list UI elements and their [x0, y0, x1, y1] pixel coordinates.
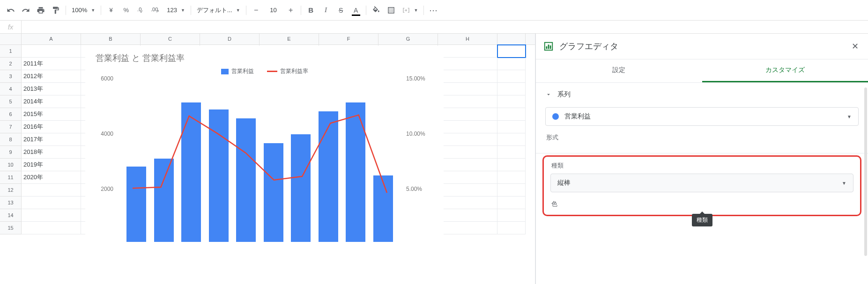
cell[interactable] — [438, 209, 497, 222]
cell[interactable] — [497, 209, 526, 222]
increase-decimal-button[interactable]: .00↗ — [149, 3, 163, 17]
col-header[interactable]: H — [438, 34, 497, 44]
row-header[interactable]: 2 — [0, 58, 22, 70]
font-size-decrease[interactable]: − — [249, 3, 263, 17]
cell[interactable]: 2014年 — [22, 95, 81, 108]
cell[interactable]: 2011年 — [22, 58, 81, 70]
cell[interactable] — [497, 95, 526, 108]
cell[interactable] — [497, 121, 526, 133]
cell[interactable] — [438, 121, 497, 133]
col-header[interactable]: A — [22, 34, 81, 44]
cell[interactable] — [497, 83, 526, 95]
cell[interactable] — [438, 197, 497, 209]
cell[interactable]: 2018年 — [22, 146, 81, 159]
font-size-input[interactable]: 10 — [264, 3, 283, 17]
cell[interactable] — [438, 133, 497, 146]
formula-input[interactable] — [22, 21, 868, 33]
cell[interactable] — [22, 45, 81, 58]
row-header[interactable]: 12 — [0, 184, 22, 197]
cell[interactable]: 2013年 — [22, 83, 81, 95]
cell[interactable]: 2015年 — [22, 108, 81, 121]
col-header[interactable]: B — [81, 34, 141, 44]
sidebar-scrollbar[interactable] — [864, 87, 867, 256]
cell[interactable] — [22, 184, 81, 197]
col-header[interactable]: C — [141, 34, 200, 44]
embedded-chart[interactable]: 営業利益 と 営業利益率 営業利益 営業利益率 6000 4000 2000 1… — [85, 46, 444, 280]
row-header[interactable]: 7 — [0, 121, 22, 133]
cell[interactable] — [438, 95, 497, 108]
font-dropdown[interactable]: デフォルト...▼ — [194, 3, 243, 17]
row-header[interactable]: 11 — [0, 171, 22, 184]
select-all-corner[interactable] — [0, 34, 22, 44]
row-header[interactable]: 13 — [0, 197, 22, 209]
col-header[interactable]: F — [319, 34, 378, 44]
cell[interactable]: 2016年 — [22, 121, 81, 133]
row-header[interactable]: 5 — [0, 95, 22, 108]
tab-setup[interactable]: 設定 — [536, 59, 702, 82]
cell[interactable] — [438, 70, 497, 83]
col-header[interactable]: G — [378, 34, 438, 44]
bold-button[interactable]: B — [304, 3, 318, 17]
cell[interactable] — [438, 171, 497, 184]
cell[interactable] — [438, 146, 497, 159]
row-header[interactable]: 8 — [0, 133, 22, 146]
font-size-increase[interactable]: + — [284, 3, 298, 17]
cell[interactable] — [497, 108, 526, 121]
series-type-dropdown[interactable]: 縦棒 ▼ — [550, 174, 853, 192]
fill-color-button[interactable] — [369, 3, 383, 17]
row-header[interactable]: 9 — [0, 146, 22, 159]
row-header[interactable]: 4 — [0, 83, 22, 95]
cell[interactable] — [22, 222, 81, 234]
zoom-dropdown[interactable]: 100%▼ — [69, 3, 98, 17]
cell[interactable]: 2019年 — [22, 159, 81, 171]
cell[interactable] — [438, 159, 497, 171]
currency-button[interactable]: ¥ — [104, 3, 118, 17]
col-header[interactable]: E — [260, 34, 319, 44]
row-header[interactable]: 1 — [0, 45, 22, 58]
cell[interactable] — [438, 58, 497, 70]
row-header[interactable]: 10 — [0, 159, 22, 171]
section-series-toggle[interactable]: 系列 — [545, 90, 859, 99]
print-button[interactable] — [34, 3, 48, 17]
cell[interactable] — [497, 184, 526, 197]
cell[interactable]: 2012年 — [22, 70, 81, 83]
strikethrough-button[interactable]: S — [334, 3, 348, 17]
cell[interactable]: 2017年 — [22, 133, 81, 146]
col-header[interactable]: D — [200, 34, 260, 44]
percent-button[interactable]: % — [119, 3, 133, 17]
cell[interactable] — [497, 133, 526, 146]
more-formats-dropdown[interactable]: 123▼ — [164, 3, 188, 17]
row-header[interactable]: 14 — [0, 209, 22, 222]
undo-button[interactable] — [4, 3, 18, 17]
cell[interactable] — [497, 159, 526, 171]
decrease-decimal-button[interactable]: .0↙ — [134, 3, 148, 17]
cell[interactable] — [438, 108, 497, 121]
cell[interactable] — [438, 222, 497, 234]
cell[interactable] — [497, 70, 526, 83]
cell[interactable] — [22, 209, 81, 222]
cell[interactable] — [438, 83, 497, 95]
borders-button[interactable] — [384, 3, 398, 17]
cell[interactable] — [497, 222, 526, 234]
row-header[interactable]: 6 — [0, 108, 22, 121]
row-header[interactable]: 3 — [0, 70, 22, 83]
cell[interactable] — [497, 45, 526, 58]
row-header[interactable]: 15 — [0, 222, 22, 234]
col-header[interactable] — [497, 34, 526, 44]
paint-format-button[interactable] — [49, 3, 63, 17]
cell[interactable] — [497, 171, 526, 184]
redo-button[interactable] — [19, 3, 33, 17]
text-color-button[interactable]: A — [349, 3, 363, 17]
close-sidebar-button[interactable]: ✕ — [850, 39, 861, 53]
cell[interactable] — [22, 197, 81, 209]
merge-cells-button[interactable]: ▼ — [399, 3, 421, 17]
cell[interactable] — [497, 146, 526, 159]
tab-customize[interactable]: カスタマイズ — [702, 59, 868, 82]
cell[interactable] — [438, 184, 497, 197]
cell[interactable]: 2020年 — [22, 171, 81, 184]
cell[interactable] — [497, 197, 526, 209]
more-toolbar-button[interactable]: ⋯ — [427, 3, 441, 17]
cell[interactable] — [438, 45, 497, 58]
series-selector[interactable]: 営業利益 ▼ — [545, 107, 859, 126]
cell[interactable] — [497, 58, 526, 70]
